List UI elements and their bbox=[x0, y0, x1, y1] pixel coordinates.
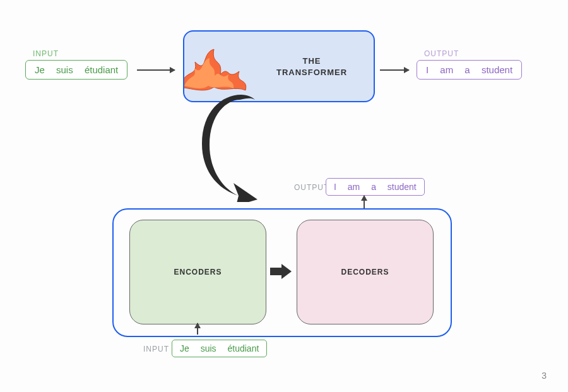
input-label-top: INPUT bbox=[33, 49, 59, 58]
output-label-bottom: OUTPUT bbox=[294, 183, 329, 192]
page-number: 3 bbox=[541, 371, 547, 381]
arrow-input-to-transformer bbox=[137, 69, 175, 71]
output-token: am bbox=[348, 182, 360, 192]
drilldown-arrow-icon bbox=[177, 95, 284, 202]
flame-icon bbox=[183, 43, 274, 93]
arrow-transformer-to-output bbox=[380, 69, 409, 71]
diagram-stage: INPUT Je suis étudiant THE TRANSFORMER O… bbox=[0, 0, 568, 392]
input-box-top: Je suis étudiant bbox=[25, 60, 127, 80]
decoders-label: DECODERS bbox=[341, 268, 389, 276]
input-token: étudiant bbox=[227, 343, 259, 353]
output-token: student bbox=[482, 64, 512, 75]
input-token: suis bbox=[201, 343, 216, 353]
output-token: I bbox=[334, 182, 336, 192]
encoders-label: ENCODERS bbox=[174, 268, 222, 276]
input-token: suis bbox=[56, 64, 73, 75]
input-token: étudiant bbox=[85, 64, 118, 75]
output-token: am bbox=[440, 64, 453, 75]
input-box-bottom: Je suis étudiant bbox=[172, 340, 267, 357]
output-token: student bbox=[388, 182, 417, 192]
arrow-input-to-encoder bbox=[197, 323, 198, 335]
output-label-top: OUTPUT bbox=[424, 49, 459, 58]
transformer-title: THE TRANSFORMER bbox=[268, 56, 356, 78]
input-label-bottom: INPUT bbox=[143, 345, 169, 353]
output-box-bottom: I am a student bbox=[326, 178, 425, 196]
input-token: Je bbox=[35, 64, 45, 75]
decoders-box: DECODERS bbox=[297, 220, 434, 324]
encoders-box: ENCODERS bbox=[129, 220, 266, 324]
output-box-top: I am a student bbox=[417, 60, 522, 80]
output-token: a bbox=[464, 64, 470, 75]
output-token: a bbox=[371, 182, 376, 192]
arrow-encoders-to-decoders bbox=[270, 264, 292, 279]
arrow-decoder-to-output bbox=[364, 196, 365, 208]
input-token: Je bbox=[180, 343, 189, 353]
output-token: I bbox=[426, 64, 429, 75]
transformer-box: THE TRANSFORMER bbox=[183, 30, 375, 102]
